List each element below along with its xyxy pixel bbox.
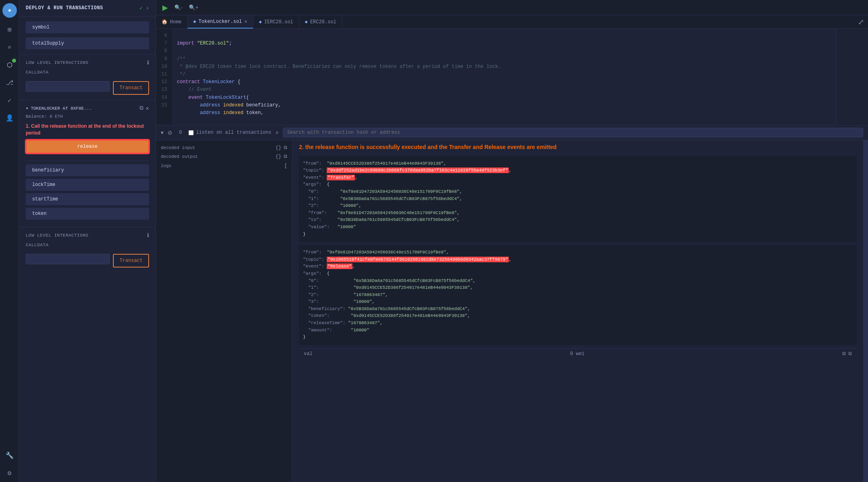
- check-icon: ✓: [139, 5, 143, 11]
- release-button[interactable]: release: [26, 140, 149, 153]
- token-button[interactable]: token: [26, 208, 149, 220]
- tx-search-icon: ⌕: [275, 129, 278, 136]
- lock-time-button[interactable]: lockTime: [26, 179, 149, 191]
- deploy-body: symbol totalSupply: [19, 16, 156, 54]
- logs-label: logs: [161, 163, 171, 168]
- decoded-input-icons: {} ⧉: [276, 145, 287, 151]
- transact-button-2[interactable]: Transact: [113, 254, 149, 268]
- deploy-title: DEPLOY & RUN TRANSACTIONS: [26, 5, 103, 11]
- val-icons: ⧉ ⧉: [842, 351, 852, 357]
- minimap: [836, 29, 868, 125]
- tab-home[interactable]: 🏠 Home: [156, 15, 188, 29]
- chevron-down-icon[interactable]: ▾: [26, 106, 29, 111]
- calldata-label-1: CALLDATA: [26, 70, 49, 75]
- low-level-label-1: Low level interactions: [26, 60, 88, 65]
- decoded-output-copy-icon[interactable]: ⧉: [284, 154, 287, 159]
- beneficiary-button[interactable]: beneficiary: [26, 164, 149, 176]
- deploy-header-icons: ✓ ›: [139, 5, 149, 11]
- deploy-header: DEPLOY & RUN TRANSACTIONS ✓ ›: [19, 0, 156, 16]
- logs-row: logs [: [161, 161, 287, 170]
- contract-name-label: TOKENLOCKER AT 0XF8E...: [31, 106, 92, 111]
- tab-home-label: Home: [170, 19, 182, 25]
- calldata-input-2[interactable]: [26, 254, 110, 264]
- transact-button-1[interactable]: Transact: [113, 81, 149, 95]
- val-copy-icon-2[interactable]: ⧉: [848, 351, 852, 357]
- val-row: val 0 wei ⧉ ⧉: [299, 348, 857, 359]
- contract-header: ▾ TOKENLOCKER AT 0XF8E... ⧉ ✕: [26, 105, 149, 112]
- decoded-output-label: decoded output: [161, 154, 198, 159]
- calldata-input-1[interactable]: [26, 81, 110, 92]
- files-icon[interactable]: ⊞: [4, 24, 15, 35]
- info-icon-2: ℹ: [147, 232, 149, 239]
- file-icon-erc20: ◆: [305, 19, 308, 25]
- tab-tokenlocker-label: TokenLocker.sol: [199, 19, 242, 25]
- decoded-input-row: decoded input {} ⧉: [161, 143, 287, 152]
- logs-bracket: [: [284, 163, 287, 169]
- tx-clear-button[interactable]: ⊘: [168, 129, 172, 136]
- run-button[interactable]: ▶: [161, 2, 170, 14]
- listen-all-label: listen on all transactions: [188, 130, 271, 135]
- file-tabs: 🏠 Home ◆ TokenLocker.sol ✕ ◆ IERC20.sol …: [156, 15, 868, 29]
- tab-ierc20-label: IERC20.sol: [264, 19, 293, 25]
- tx-collapse-button[interactable]: ▾: [161, 129, 164, 136]
- plugin-icon[interactable]: ⬡: [4, 59, 15, 71]
- val-label: val: [304, 351, 313, 357]
- tx-search-input[interactable]: [283, 128, 863, 137]
- tab-erc20[interactable]: ◆ ERC20.sol: [299, 15, 342, 29]
- zoom-out-button[interactable]: 🔍-: [173, 3, 184, 12]
- contract-title-row: ▾ TOKENLOCKER AT 0XF8E...: [26, 106, 92, 111]
- symbol-button[interactable]: symbol: [26, 21, 149, 33]
- search-nav-icon[interactable]: ⌕: [4, 42, 15, 53]
- zoom-in-button[interactable]: 🔍+: [187, 3, 200, 12]
- chevron-right-icon[interactable]: ›: [146, 5, 149, 11]
- settings-icon[interactable]: ⚙: [4, 468, 15, 479]
- code-content: import "ERC20.sol"; /** * @dev ERC20 tok…: [172, 29, 836, 125]
- tx-counter: 0: [176, 130, 184, 135]
- balance-label: Balance: 0 ETH: [26, 114, 149, 119]
- log-right: 2. the release function is successfully …: [293, 140, 863, 482]
- icon-sidebar: ⊞ ⌕ ⬡ ⎇ ✓ 👤 🔧 ⚙: [0, 0, 19, 482]
- file-icon-ierc20: ◆: [259, 19, 262, 25]
- line-numbers: 6 7 8 9 10 11 12 13 14 15: [156, 29, 172, 125]
- decoded-input-copy-icon[interactable]: ⧉: [284, 145, 287, 151]
- git-icon[interactable]: ⎇: [4, 77, 15, 88]
- log-release-block: "from": "0xf8e81D47203A5942456036C48e151…: [299, 245, 857, 345]
- decoded-input-bracket-icon: {}: [276, 145, 281, 151]
- start-time-button[interactable]: startTime: [26, 193, 149, 205]
- low-level-header-1: Low level interactions ℹ: [26, 59, 149, 66]
- instruction-text-1: 1. Call the release function at the end …: [26, 123, 149, 137]
- scrollbar[interactable]: [863, 140, 868, 482]
- close-tab-tokenlocker[interactable]: ✕: [244, 18, 247, 25]
- users-icon[interactable]: 👤: [4, 112, 15, 124]
- tab-tokenlocker[interactable]: ◆ TokenLocker.sol ✕: [188, 15, 254, 29]
- info-icon-1: ℹ: [147, 59, 149, 66]
- copy-icon[interactable]: ⧉: [139, 105, 143, 112]
- low-level-header-2: Low level interactions ℹ: [26, 232, 149, 239]
- listen-all-checkbox[interactable]: [188, 130, 194, 135]
- low-level-section-2: Low level interactions ℹ CALLDATA Transa…: [19, 227, 156, 272]
- wrench-icon[interactable]: 🔧: [4, 450, 15, 461]
- listen-all-text: listen on all transactions: [196, 130, 271, 135]
- deploy-panel: DEPLOY & RUN TRANSACTIONS ✓ › symbol tot…: [19, 0, 156, 482]
- code-editor: 6 7 8 9 10 11 12 13 14 15 import "ERC20.…: [156, 29, 868, 125]
- contract-section: ▾ TOKENLOCKER AT 0XF8E... ⧉ ✕ Balance: 0…: [19, 100, 156, 227]
- decoded-input-label: decoded input: [161, 145, 195, 150]
- expand-icon[interactable]: ⤢: [858, 18, 864, 27]
- log-area: decoded input {} ⧉ decoded output {} ⧉ l…: [156, 140, 868, 482]
- close-contract-icon[interactable]: ✕: [146, 105, 149, 112]
- log-left: decoded input {} ⧉ decoded output {} ⧉ l…: [156, 140, 293, 482]
- top-toolbar: ▶ 🔍- 🔍+: [156, 0, 868, 15]
- contract-actions: ⧉ ✕: [139, 105, 149, 112]
- test-icon[interactable]: ✓: [4, 95, 15, 106]
- tab-ierc20[interactable]: ◆ IERC20.sol: [253, 15, 299, 29]
- val-copy-icon-1[interactable]: ⧉: [842, 351, 846, 357]
- annotation-text-2: 2. the release function is successfully …: [299, 143, 857, 151]
- file-icon-tokenlocker: ◆: [193, 18, 196, 25]
- low-level-section-1: Low level interactions ℹ CALLDATA Transa…: [19, 54, 156, 100]
- decoded-output-bracket-icon: {}: [276, 154, 281, 159]
- total-supply-button[interactable]: totalSupply: [26, 37, 149, 49]
- home-icon: 🏠: [162, 19, 168, 25]
- app-logo: [2, 3, 17, 18]
- calldata-label-2: CALLDATA: [26, 243, 49, 247]
- transaction-area: ▾ ⊘ 0 listen on all transactions ⌕ decod…: [156, 125, 868, 482]
